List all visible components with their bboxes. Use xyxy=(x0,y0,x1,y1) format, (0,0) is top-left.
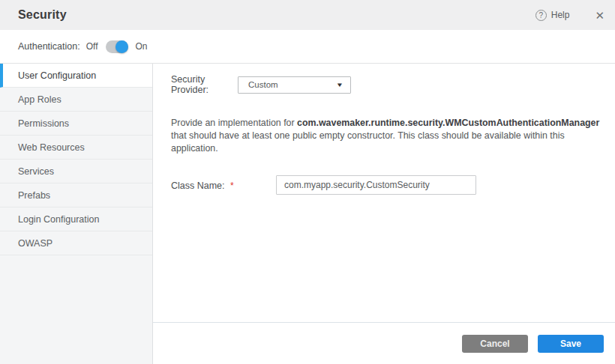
authentication-label: Authentication: xyxy=(18,41,80,52)
sidebar: User Configuration App Roles Permissions… xyxy=(0,64,153,364)
toggle-off-label: Off xyxy=(86,41,98,52)
cancel-button[interactable]: Cancel xyxy=(462,335,528,353)
footer-actions: Cancel Save xyxy=(153,322,615,364)
sidebar-item-web-resources[interactable]: Web Resources xyxy=(0,136,152,160)
help-icon: ? xyxy=(536,10,547,21)
save-button[interactable]: Save xyxy=(538,335,604,353)
header-actions: ? Help ✕ xyxy=(536,10,604,21)
class-name-label: Class Name: xyxy=(171,181,225,191)
help-label: Help xyxy=(551,10,570,20)
sidebar-item-services[interactable]: Services xyxy=(0,160,152,183)
main-panel: Security Provider: Custom ▼ Provide an i… xyxy=(153,64,615,364)
security-dialog: Security ? Help ✕ Authentication: Off On… xyxy=(0,0,615,364)
chevron-down-icon: ▼ xyxy=(336,82,344,88)
sidebar-item-login-configuration[interactable]: Login Configuration xyxy=(0,207,152,231)
provider-description: Provide an implementation for com.wavema… xyxy=(171,117,608,155)
class-name-row: Class Name: * xyxy=(171,175,608,195)
authentication-toggle[interactable] xyxy=(106,40,128,53)
security-provider-select[interactable]: Custom ▼ xyxy=(238,76,351,94)
help-button[interactable]: ? Help xyxy=(536,10,570,21)
sidebar-item-user-configuration[interactable]: User Configuration xyxy=(0,64,152,88)
dialog-header: Security ? Help ✕ xyxy=(0,0,615,30)
class-name-input[interactable] xyxy=(276,175,476,195)
description-class-reference: com.wavemaker.runtime.security.WMCustomA… xyxy=(297,118,599,128)
page-title: Security xyxy=(18,8,67,22)
toggle-on-label: On xyxy=(136,41,148,52)
class-name-label-wrap: Class Name: * xyxy=(171,178,276,192)
description-suffix: that should have at least one public emp… xyxy=(171,130,565,154)
user-configuration-content: Security Provider: Custom ▼ Provide an i… xyxy=(153,64,615,322)
security-provider-selected-value: Custom xyxy=(248,80,278,89)
authentication-bar: Authentication: Off On xyxy=(0,30,615,64)
sidebar-item-prefabs[interactable]: Prefabs xyxy=(0,183,152,207)
sidebar-item-owasp[interactable]: OWASP xyxy=(0,231,152,255)
sidebar-item-app-roles[interactable]: App Roles xyxy=(0,88,152,112)
description-prefix: Provide an implementation for xyxy=(171,118,297,128)
close-icon[interactable]: ✕ xyxy=(595,10,604,21)
security-provider-row: Security Provider: Custom ▼ xyxy=(171,74,608,95)
dialog-body: User Configuration App Roles Permissions… xyxy=(0,64,615,364)
toggle-knob-icon xyxy=(116,40,128,53)
required-asterisk: * xyxy=(230,181,234,191)
sidebar-item-permissions[interactable]: Permissions xyxy=(0,112,152,136)
security-provider-label: Security Provider: xyxy=(171,74,238,95)
